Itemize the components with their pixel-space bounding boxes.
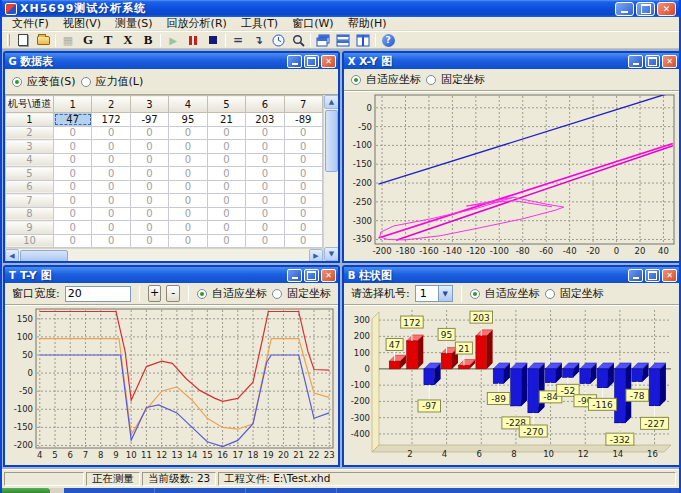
start-button[interactable]: ▶	[163, 32, 183, 48]
column-header[interactable]: 5	[207, 96, 245, 113]
column-header[interactable]: 4	[169, 96, 207, 113]
strain-radio[interactable]	[12, 77, 22, 87]
table-cell[interactable]: 0	[169, 180, 207, 194]
table-cell[interactable]: 0	[130, 180, 168, 194]
table-cell[interactable]: 0	[54, 167, 92, 181]
table-cell[interactable]: 0	[54, 221, 92, 235]
table-cell[interactable]: 0	[92, 153, 130, 167]
table-cell[interactable]: 0	[92, 221, 130, 235]
table-cell[interactable]: 0	[130, 234, 168, 248]
stop-button[interactable]	[203, 32, 223, 48]
table-cell[interactable]: 0	[246, 194, 284, 208]
minimize-button[interactable]	[615, 2, 634, 16]
table-cell[interactable]: 0	[246, 126, 284, 140]
row-header[interactable]: 9	[6, 221, 54, 235]
table-cell[interactable]: 0	[54, 126, 92, 140]
scroll-down-icon[interactable]: ▼	[324, 247, 338, 261]
bar-adaptive-axis-radio[interactable]	[470, 289, 480, 299]
open-file-button[interactable]	[33, 32, 53, 48]
horizontal-scroll-thumb[interactable]	[20, 250, 68, 261]
vertical-scroll-thumb[interactable]	[325, 110, 338, 172]
menu-tools[interactable]: 工具(T)	[234, 17, 285, 30]
table-cell[interactable]: 0	[169, 126, 207, 140]
table-cell[interactable]: 0	[92, 180, 130, 194]
column-header[interactable]: 1	[54, 96, 92, 113]
table-cell[interactable]: 0	[169, 194, 207, 208]
table-cell[interactable]: 0	[92, 194, 130, 208]
close-button[interactable]	[657, 2, 676, 16]
xy-fixed-axis-radio[interactable]	[426, 75, 436, 85]
restore-button[interactable]	[636, 2, 655, 16]
data-table-close-button[interactable]	[321, 55, 336, 68]
table-cell[interactable]: 0	[284, 221, 322, 235]
width-increase-button[interactable]: +	[148, 285, 162, 302]
stress-radio[interactable]	[81, 77, 91, 87]
table-cell[interactable]: 0	[207, 194, 245, 208]
row-header[interactable]: 1	[6, 113, 54, 127]
vertical-scrollbar[interactable]: ▲ ▼	[323, 95, 338, 261]
table-cell[interactable]: 0	[54, 194, 92, 208]
table-cell[interactable]: 0	[92, 207, 130, 221]
table-cell[interactable]: 0	[54, 207, 92, 221]
column-header[interactable]: 3	[130, 96, 168, 113]
table-cell[interactable]: -89	[284, 113, 322, 127]
xy-close-button[interactable]	[662, 55, 677, 68]
menu-measure[interactable]: 测量(S)	[108, 17, 160, 30]
row-header[interactable]: 6	[6, 180, 54, 194]
bar-fixed-axis-radio[interactable]	[545, 289, 555, 299]
step-button[interactable]: ↴	[248, 32, 268, 48]
row-header[interactable]: 2	[6, 126, 54, 140]
ty-restore-button[interactable]	[304, 269, 319, 282]
pause-button[interactable]	[183, 32, 203, 48]
start-button-edge[interactable]	[2, 488, 50, 493]
table-cell[interactable]: 0	[284, 167, 322, 181]
table-cell[interactable]: 203	[246, 113, 284, 127]
row-header[interactable]: 7	[6, 194, 54, 208]
row-header[interactable]: 8	[6, 207, 54, 221]
table-cell[interactable]: 0	[54, 153, 92, 167]
table-cell[interactable]: 0	[130, 153, 168, 167]
scroll-up-icon[interactable]: ▲	[324, 95, 338, 109]
table-cell[interactable]: 0	[246, 234, 284, 248]
table-cell[interactable]: 0	[92, 140, 130, 154]
machine-select[interactable]: 1 ▼	[415, 285, 453, 302]
table-cell[interactable]: 0	[207, 126, 245, 140]
ty-adaptive-axis-radio[interactable]	[197, 289, 207, 299]
bar-view-button[interactable]: B	[138, 32, 158, 48]
xy-minimize-button[interactable]	[628, 55, 643, 68]
table-cell[interactable]: 0	[169, 167, 207, 181]
timer-button[interactable]	[268, 32, 288, 48]
row-header[interactable]: 4	[6, 153, 54, 167]
xy-adaptive-axis-radio[interactable]	[351, 75, 361, 85]
menu-view[interactable]: 视图(V)	[56, 17, 108, 30]
table-cell[interactable]: 0	[284, 153, 322, 167]
table-cell[interactable]: 0	[284, 126, 322, 140]
table-cell[interactable]: 0	[246, 207, 284, 221]
table-cell[interactable]: 0	[246, 180, 284, 194]
row-header[interactable]: 10	[6, 234, 54, 248]
bar-close-button[interactable]	[662, 269, 677, 282]
menu-help[interactable]: 帮助(H)	[341, 17, 394, 30]
table-cell[interactable]: 0	[169, 140, 207, 154]
column-header[interactable]: 2	[92, 96, 130, 113]
table-cell[interactable]: 0	[207, 221, 245, 235]
table-cell[interactable]: 0	[246, 140, 284, 154]
table-cell[interactable]: 21	[207, 113, 245, 127]
ty-view-button[interactable]: T	[98, 32, 118, 48]
table-cell[interactable]: 0	[207, 207, 245, 221]
cascade-windows-button[interactable]	[313, 32, 333, 48]
table-cell[interactable]: -97	[130, 113, 168, 127]
ty-titlebar[interactable]: T T-Y 图	[5, 267, 338, 283]
menu-replay-analysis[interactable]: 回放分析(R)	[160, 17, 234, 30]
table-cell[interactable]: 0	[130, 126, 168, 140]
table-cell[interactable]: 0	[54, 234, 92, 248]
table-cell[interactable]: 0	[130, 140, 168, 154]
table-cell[interactable]: 0	[246, 167, 284, 181]
zoom-button[interactable]	[288, 32, 308, 48]
table-cell[interactable]: 0	[284, 207, 322, 221]
table-cell[interactable]: 0	[54, 140, 92, 154]
column-header[interactable]: 7	[284, 96, 322, 113]
table-cell[interactable]: 0	[130, 194, 168, 208]
table-cell[interactable]: 0	[169, 153, 207, 167]
tile-horizontal-button[interactable]	[333, 32, 353, 48]
